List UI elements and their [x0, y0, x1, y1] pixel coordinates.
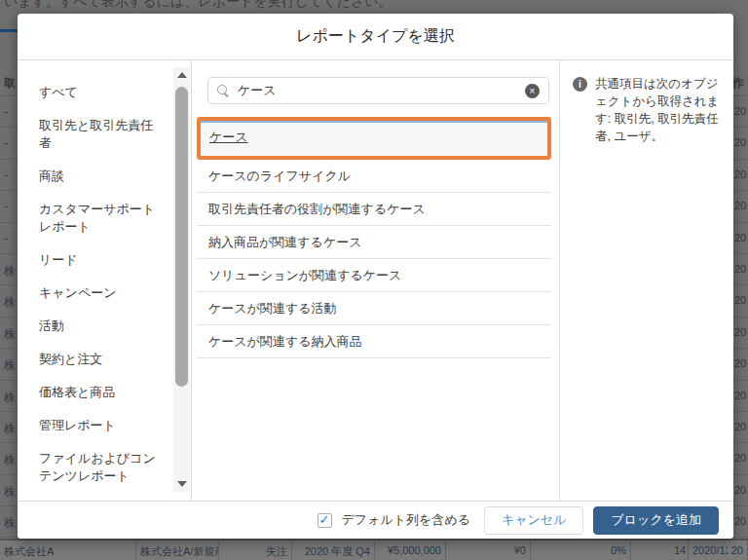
search-box[interactable]: ×	[207, 77, 549, 104]
background-cell: 20	[733, 506, 748, 538]
report-type-list: ケースケースのライフサイクル取引先責任者の役割が関連するケース納入商品が関連する…	[197, 117, 551, 358]
background-banner-text: います。すべて表示するには、レポートを実行してください。	[4, 0, 393, 11]
modal-title: レポートタイプを選択	[296, 26, 455, 47]
category-sidebar: すべて取引先と取引先責任者商談カスタマーサポートレポートリードキャンペーン活動契…	[18, 60, 191, 501]
background-cell: 株	[0, 349, 18, 380]
background-cell: 20	[733, 128, 748, 159]
background-cell: 20	[733, 160, 748, 191]
scroll-up-button[interactable]	[173, 67, 190, 83]
background-cell: ¥5,000,000	[375, 541, 446, 560]
modal-body: すべて取引先と取引先責任者商談カスタマーサポートレポートリードキャンペーン活動契…	[18, 60, 733, 501]
scroll-down-button[interactable]	[173, 476, 190, 492]
background-cell: 14	[631, 541, 689, 560]
background-cell: 失注	[219, 541, 292, 560]
background-cell: 20	[733, 223, 748, 254]
background-cell: 20	[728, 541, 748, 560]
background-column-header-left: 取	[4, 75, 16, 92]
background-cell: 株	[0, 412, 18, 443]
background-cell: 株式会社A/新規商談	[136, 541, 219, 560]
report-type-item[interactable]: ケースが関連する活動	[197, 292, 551, 325]
default-columns-label: デフォルト列を含める	[342, 511, 470, 529]
add-block-button[interactable]: ブロックを追加	[593, 506, 719, 535]
background-cell: 20	[733, 285, 748, 317]
report-type-modal: レポートタイプを選択 すべて取引先と取引先責任者商談カスタマーサポートレポートリ…	[18, 14, 733, 539]
search-icon	[217, 85, 230, 97]
modal-header: レポートタイプを選択	[18, 14, 733, 60]
category-item[interactable]: カスタマーサポートレポート	[39, 193, 164, 243]
background-cell: -	[0, 160, 18, 191]
background-cell: 20	[733, 381, 748, 412]
background-cell: 株式会社A	[0, 541, 136, 560]
search-input[interactable]	[238, 84, 525, 98]
report-type-item[interactable]: 納入商品が関連するケース	[197, 226, 551, 259]
category-list: すべて取引先と取引先責任者商談カスタマーサポートレポートリードキャンペーン活動契…	[18, 60, 164, 493]
default-columns-checkbox[interactable]	[318, 513, 332, 528]
arrow-down-icon	[177, 481, 187, 487]
report-type-panel: × ケースケースのライフサイクル取引先責任者の役割が関連するケース納入商品が関連…	[191, 60, 560, 501]
modal-footer: デフォルト列を含める キャンセル ブロックを追加	[18, 501, 733, 539]
background-cell: 20	[733, 443, 748, 474]
category-item[interactable]: すべて	[39, 76, 164, 109]
scrollbar-track[interactable]	[173, 83, 190, 476]
background-cell: 20	[733, 191, 748, 222]
category-item[interactable]: 価格表と商品	[39, 376, 164, 409]
info-panel: i 共通項目は次のオブジェクトから取得されます: 取引先, 取引先責任者, ユー…	[560, 60, 733, 501]
background-cell: ¥0	[446, 541, 531, 560]
background-cell: 株	[0, 285, 18, 317]
report-type-item[interactable]: ケースのライフサイクル	[197, 160, 551, 193]
sidebar-scrollbar[interactable]	[173, 67, 190, 492]
report-type-item[interactable]: ケース	[197, 117, 551, 160]
background-cell: 20	[733, 412, 748, 443]
background-cell: 2020 年度 Q4	[292, 541, 375, 560]
category-item[interactable]: ファイルおよびコンテンツレポート	[39, 442, 164, 493]
background-column-header-right: 作	[732, 75, 747, 92]
background-cell: 0%	[531, 541, 631, 560]
background-cell: 株	[0, 254, 18, 285]
background-cell: 株	[0, 317, 18, 349]
background-cell: -	[0, 96, 18, 128]
background-table-row: 株式会社A株式会社A/新規商談失注2020 年度 Q4¥5,000,000¥00…	[0, 539, 748, 560]
category-item[interactable]: 取引先と取引先責任者	[39, 109, 164, 160]
background-cell: 20	[733, 349, 748, 380]
category-item[interactable]: リード	[39, 243, 164, 277]
scrollbar-thumb[interactable]	[175, 87, 188, 387]
category-item[interactable]: 契約と注文	[39, 343, 164, 376]
background-cell: 株	[0, 475, 18, 506]
report-type-item[interactable]: ケースが関連する納入商品	[197, 325, 551, 358]
background-tab-underline	[0, 29, 18, 32]
background-table-left-edge: -----株株株株株株株株株	[0, 96, 18, 538]
background-cell: 株	[0, 506, 18, 538]
background-cell: 20	[733, 317, 748, 349]
info-icon: i	[573, 77, 587, 92]
background-cell: 20	[733, 475, 748, 506]
background-cell: -	[0, 223, 18, 254]
info-text: 共通項目は次のオブジェクトから取得されます: 取引先, 取引先責任者, ユーザ。	[595, 75, 722, 501]
category-item[interactable]: 商談	[39, 160, 164, 193]
report-type-item[interactable]: 取引先責任者の役割が関連するケース	[197, 193, 551, 226]
background-cell: -	[0, 128, 18, 159]
clear-search-icon[interactable]: ×	[525, 84, 540, 98]
background-table-right-edge: 2020202020202020202020202020	[733, 96, 748, 538]
background-cell: 株	[0, 443, 18, 474]
category-item[interactable]: 管理レポート	[39, 409, 164, 442]
cancel-button[interactable]: キャンセル	[484, 506, 584, 535]
background-cell: -	[0, 191, 18, 222]
arrow-up-icon	[177, 72, 187, 78]
category-item[interactable]: 活動	[39, 310, 164, 343]
category-item[interactable]: キャンペーン	[39, 277, 164, 310]
background-cell: 20	[733, 254, 748, 285]
report-type-item[interactable]: ソリューションが関連するケース	[197, 259, 551, 292]
background-cell: 2020/12/01	[689, 541, 728, 560]
screen: います。すべて表示するには、レポートを実行してください。 取 作 -----株株…	[0, 0, 748, 560]
background-cell: 株	[0, 381, 18, 412]
background-cell: 20	[733, 96, 748, 128]
